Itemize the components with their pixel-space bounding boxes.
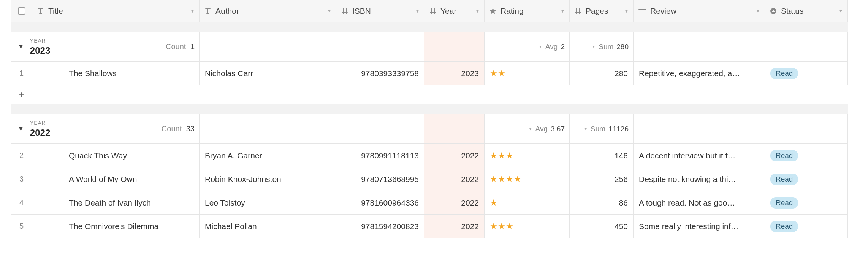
column-header-year[interactable]: Year ▼: [424, 0, 485, 22]
cell-title[interactable]: The Death of Ivan Ilych: [32, 191, 200, 215]
cell-isbn[interactable]: 9780713668995: [336, 167, 424, 191]
column-header-review[interactable]: Review ▼: [634, 0, 765, 22]
cell-author[interactable]: Nicholas Carr: [200, 62, 336, 85]
text-type-icon: [204, 7, 212, 15]
group-value: 2023: [30, 45, 50, 56]
cell-pages[interactable]: 86: [570, 191, 634, 215]
status-badge: Read: [770, 221, 798, 232]
group-cell-blank: [200, 114, 336, 144]
group-rating-avg[interactable]: ▼Avg3.67: [485, 114, 570, 144]
star-icon: ★: [490, 198, 498, 208]
group-cell-blank: [634, 32, 765, 62]
cell-review[interactable]: Repetitive, exaggerated, a…: [634, 62, 765, 85]
column-header-pages[interactable]: Pages ▼: [570, 0, 634, 22]
chevron-down-icon: ▼: [539, 45, 542, 49]
cell-review[interactable]: Some really interesting inf…: [634, 215, 765, 238]
cell-author[interactable]: Michael Pollan: [200, 215, 336, 238]
chevron-down-icon[interactable]: ▼: [327, 9, 331, 13]
column-rating-label: Rating: [501, 6, 559, 16]
cell-status[interactable]: Read: [765, 215, 848, 238]
column-header-rating[interactable]: Rating ▼: [485, 0, 570, 22]
cell-isbn[interactable]: 9781594200823: [336, 215, 424, 238]
cell-rating[interactable]: ★: [485, 191, 570, 215]
row-index[interactable]: 1: [11, 62, 32, 85]
group-cell-blank: [424, 32, 485, 62]
chevron-down-icon[interactable]: ▼: [624, 9, 629, 13]
column-header-status[interactable]: Status ▼: [765, 0, 848, 22]
cell-rating[interactable]: ★★★★: [485, 167, 570, 191]
cell-review[interactable]: A decent interview but it f…: [634, 144, 765, 167]
row-index[interactable]: 2: [11, 144, 32, 167]
cell-title[interactable]: A World of My Own: [32, 167, 200, 191]
cell-isbn[interactable]: 9781600964336: [336, 191, 424, 215]
cell-review[interactable]: Despite not knowing a thi…: [634, 167, 765, 191]
cell-pages[interactable]: 280: [570, 62, 634, 85]
chevron-down-icon: ▼: [529, 127, 532, 131]
cell-title[interactable]: Quack This Way: [32, 144, 200, 167]
chevron-down-icon[interactable]: ▼: [561, 9, 565, 13]
column-header-author[interactable]: Author ▼: [200, 0, 336, 22]
cell-year[interactable]: 2022: [424, 167, 485, 191]
number-type-icon: [429, 7, 437, 15]
chevron-down-icon[interactable]: ▼: [839, 9, 843, 13]
cell-year[interactable]: 2022: [424, 191, 485, 215]
cell-status[interactable]: Read: [765, 191, 848, 215]
chevron-down-icon[interactable]: ▼: [756, 9, 760, 13]
group-spacer: [11, 104, 848, 114]
group-cell-blank: [634, 114, 765, 144]
cell-author[interactable]: Robin Knox-Johnston: [200, 167, 336, 191]
group-pages-sum[interactable]: ▼Sum11126: [570, 114, 634, 144]
text-type-icon: [37, 7, 44, 15]
cell-rating[interactable]: ★★: [485, 62, 570, 85]
group-rating-avg[interactable]: ▼Avg2: [485, 32, 570, 62]
cell-title[interactable]: The Omnivore's Dilemma: [32, 215, 200, 238]
group-cell-blank: [200, 32, 336, 62]
collapse-icon[interactable]: ▼: [18, 126, 24, 132]
cell-year[interactable]: 2022: [424, 144, 485, 167]
chevron-down-icon[interactable]: ▼: [475, 9, 480, 13]
chevron-down-icon: ▼: [584, 127, 588, 131]
select-all-checkbox[interactable]: [18, 7, 25, 15]
add-row[interactable]: +: [11, 85, 848, 104]
group-header[interactable]: ▼YEAR2022Count 33: [11, 114, 200, 144]
longtext-type-icon: [638, 7, 646, 15]
row-index[interactable]: 3: [11, 167, 32, 191]
number-type-icon: [341, 7, 348, 15]
chevron-down-icon[interactable]: ▼: [190, 9, 195, 13]
group-value: 2022: [30, 127, 50, 138]
cell-isbn[interactable]: 9780393339758: [336, 62, 424, 85]
cell-review[interactable]: A tough read. Not as goo…: [634, 191, 765, 215]
group-count: Count 33: [162, 124, 195, 133]
column-year-label: Year: [440, 6, 474, 16]
row-index[interactable]: 5: [11, 215, 32, 238]
plus-icon[interactable]: +: [11, 85, 32, 104]
status-badge: Read: [770, 197, 798, 209]
cell-status[interactable]: Read: [765, 62, 848, 85]
cell-pages[interactable]: 256: [570, 167, 634, 191]
cell-status[interactable]: Read: [765, 144, 848, 167]
chevron-down-icon: ▼: [592, 45, 596, 49]
column-header-isbn[interactable]: ISBN ▼: [336, 0, 424, 22]
header-checkbox-cell[interactable]: [11, 0, 32, 22]
cell-rating[interactable]: ★★★: [485, 215, 570, 238]
column-header-title[interactable]: Title ▼: [32, 0, 200, 22]
cell-author[interactable]: Bryan A. Garner: [200, 144, 336, 167]
cell-author[interactable]: Leo Tolstoy: [200, 191, 336, 215]
row-index[interactable]: 4: [11, 191, 32, 215]
cell-pages[interactable]: 450: [570, 215, 634, 238]
cell-title[interactable]: The Shallows: [32, 62, 200, 85]
cell-rating[interactable]: ★★★: [485, 144, 570, 167]
cell-isbn[interactable]: 9780991118113: [336, 144, 424, 167]
collapse-icon[interactable]: ▼: [18, 43, 24, 50]
group-field-label: YEAR: [30, 120, 50, 126]
cell-year[interactable]: 2022: [424, 215, 485, 238]
star-icon: ★★★: [490, 151, 514, 161]
group-header[interactable]: ▼YEAR2023Count 1: [11, 32, 200, 62]
group-count: Count 1: [166, 42, 195, 51]
cell-year[interactable]: 2023: [424, 62, 485, 85]
group-pages-sum[interactable]: ▼Sum280: [570, 32, 634, 62]
cell-status[interactable]: Read: [765, 167, 848, 191]
cell-pages[interactable]: 146: [570, 144, 634, 167]
status-badge: Read: [770, 174, 798, 185]
chevron-down-icon[interactable]: ▼: [415, 9, 420, 13]
